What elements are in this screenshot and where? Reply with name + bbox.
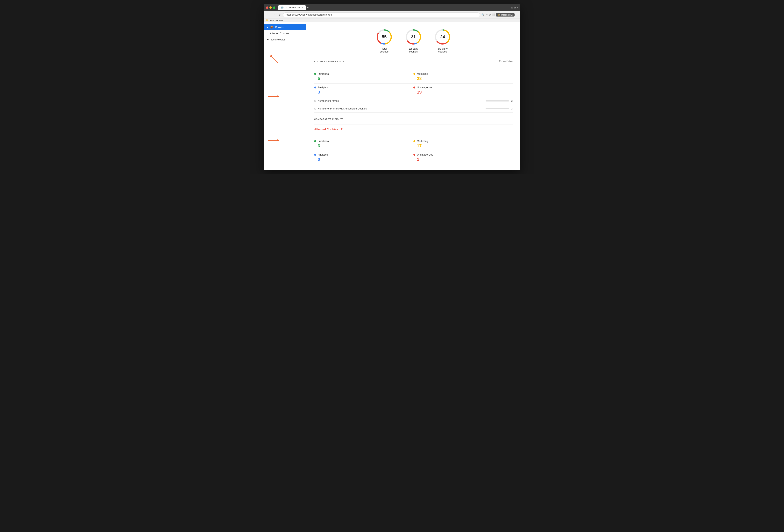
arrow-up-decoration — [267, 52, 282, 67]
back-button[interactable]: ← — [266, 13, 270, 17]
address-bar[interactable]: localhost:9000/?dir=nationalgeographic-c… — [283, 12, 480, 17]
comparative-header: COMPARATIVE INSIGHTS — [314, 118, 513, 120]
comp-marketing-label: Marketing — [417, 140, 428, 143]
bookmarks-bar: 📁 All Bookmarks — [263, 19, 521, 22]
first-party-value: 31 — [411, 34, 416, 39]
extension-icon[interactable]: ⊕ — [489, 13, 491, 16]
frames-value: 3 — [511, 99, 513, 102]
svg-marker-3 — [277, 95, 279, 97]
donut-total: 55 — [375, 28, 393, 46]
frames-cookies-text: Number of Frames with Associated Cookies — [318, 107, 367, 110]
tab-favicon: ⚙️ — [281, 6, 284, 9]
cookies-icon: 🍪 — [270, 26, 274, 29]
classification-grid: Functional 5 Marketing 28 Analytics — [314, 70, 513, 97]
comparative-grid: Functional 3 Marketing 17 — [314, 137, 513, 164]
toolbar-right: 🔍 ☆ ⊕ ⬜ 🕵️ Incognito (2) ⋮ — [481, 13, 518, 17]
sidebar-item-affected-cookies[interactable]: ○ Affected Cookies — [263, 30, 306, 36]
expand-view-button[interactable]: Expand View — [499, 60, 513, 63]
arrow-right-decoration-1 — [267, 93, 282, 99]
marketing-value: 28 — [417, 76, 513, 81]
comp-uncategorized-value: 1 — [417, 157, 513, 162]
svg-line-0 — [271, 55, 278, 63]
total-cookies-title: Total cookies — [380, 47, 389, 53]
url-text: localhost:9000/?dir=nationalgeographic-c… — [286, 13, 332, 16]
forward-button[interactable]: → — [272, 13, 276, 17]
uncategorized-value: 19 — [417, 90, 513, 95]
tab-close-icon[interactable]: ✕ — [302, 7, 303, 9]
classification-title: COOKIE CLASSIFICATION — [314, 60, 344, 63]
comparative-title: COMPARATIVE INSIGHTS — [314, 118, 343, 120]
browser-window: ⚙️ CLI Dashboard ✕ + ⊟ ⊞ ∨ ← → ↻ localho… — [263, 4, 521, 170]
frames-cookies-value: 3 — [511, 107, 513, 110]
minimize-button[interactable] — [270, 6, 272, 9]
frames-with-cookies-label: Number of Frames with Associated Cookies — [314, 107, 485, 110]
active-tab[interactable]: ⚙️ CLI Dashboard ✕ — [278, 5, 306, 10]
expand-arrow-icon: ▶ — [267, 26, 268, 28]
comp-functional-dot — [314, 140, 316, 142]
classification-uncategorized: Uncategorized 19 — [413, 84, 513, 97]
reload-button[interactable]: ↻ — [278, 13, 281, 17]
window-controls: ⊟ ⊞ ∨ — [511, 6, 518, 9]
third-party-title: 3rd party cookies — [438, 47, 447, 53]
bookmarks-label: All Bookmarks — [270, 19, 283, 22]
frames-cookies-bar — [485, 108, 509, 109]
frames-cookies-dot — [314, 108, 316, 110]
third-party-value: 24 — [440, 34, 445, 39]
affected-cookies-icon: ○ — [267, 32, 268, 35]
sidebar: ▶ 🍪 Cookies ○ Affected Cookies ✦ Technol… — [263, 22, 306, 170]
traffic-lights — [266, 6, 275, 9]
functional-dot — [314, 73, 316, 75]
frames-with-cookies-row: Number of Frames with Associated Cookies… — [314, 105, 513, 113]
frames-row: Number of Frames 3 — [314, 97, 513, 105]
tablet-icon[interactable]: ⬜ — [492, 13, 495, 16]
frames-label: Number of Frames — [314, 99, 485, 102]
arrow-right-decoration-2 — [267, 138, 282, 143]
new-tab-button[interactable]: + — [307, 6, 309, 9]
functional-label: Functional — [318, 72, 329, 75]
functional-value: 5 — [318, 76, 413, 81]
app-layout: ▶ 🍪 Cookies ○ Affected Cookies ✦ Technol… — [263, 22, 521, 170]
comp-analytics-value: 0 — [318, 157, 413, 162]
bookmark-icon[interactable]: ☆ — [485, 13, 488, 16]
stat-third-party: 24 3rd party cookies — [434, 28, 451, 53]
donut-third-party: 24 — [434, 28, 451, 46]
frames-text: Number of Frames — [318, 99, 339, 102]
comp-functional: Functional 3 — [314, 137, 413, 151]
marketing-label: Marketing — [417, 72, 428, 75]
comp-uncategorized: Uncategorized 1 — [413, 151, 513, 164]
sidebar-item-technologies-label: Technologies — [271, 38, 285, 41]
comp-marketing-value: 17 — [417, 143, 513, 148]
analytics-label: Analytics — [318, 86, 328, 89]
main-content: 55 Total cookies 31 — [306, 22, 521, 170]
sidebar-item-cookies-label: Cookies — [275, 26, 284, 29]
zoom-icon: 🔍 — [481, 13, 484, 16]
technologies-icon: ✦ — [267, 38, 269, 41]
affected-divider — [314, 134, 513, 134]
close-button[interactable] — [266, 6, 268, 9]
marketing-dot — [413, 73, 415, 75]
donut-first-party: 31 — [404, 28, 422, 46]
stat-first-party: 31 1st party cookies — [404, 28, 422, 53]
affected-label: Affected Cookies : 21 — [314, 127, 513, 131]
comparative-section: COMPARATIVE INSIGHTS Affected Cookies : … — [314, 118, 513, 164]
analytics-value: 3 — [318, 90, 413, 95]
stat-total-cookies: 55 Total cookies — [375, 28, 393, 53]
comp-uncategorized-label: Uncategorized — [417, 153, 433, 156]
uncategorized-dot — [413, 87, 415, 88]
menu-icon[interactable]: ⋮ — [516, 13, 518, 16]
incognito-badge: 🕵️ Incognito (2) — [496, 13, 514, 17]
sidebar-item-affected-label: Affected Cookies — [270, 32, 289, 35]
comp-analytics-label: Analytics — [318, 153, 328, 156]
stats-row: 55 Total cookies 31 — [314, 28, 513, 53]
frames-bar — [485, 100, 509, 101]
tab-bar: ⚙️ CLI Dashboard ✕ + — [278, 5, 509, 10]
comp-functional-label: Functional — [318, 140, 329, 143]
classification-analytics: Analytics 3 — [314, 84, 413, 97]
comp-analytics: Analytics 0 — [314, 151, 413, 164]
browser-titlebar: ⚙️ CLI Dashboard ✕ + ⊟ ⊞ ∨ — [263, 4, 521, 11]
first-party-title: 1st party cookies — [409, 47, 418, 53]
sidebar-item-technologies[interactable]: ✦ Technologies — [263, 36, 306, 42]
sidebar-item-cookies[interactable]: ▶ 🍪 Cookies — [263, 24, 306, 30]
frames-dot — [314, 100, 316, 102]
fullscreen-button[interactable] — [273, 6, 275, 9]
